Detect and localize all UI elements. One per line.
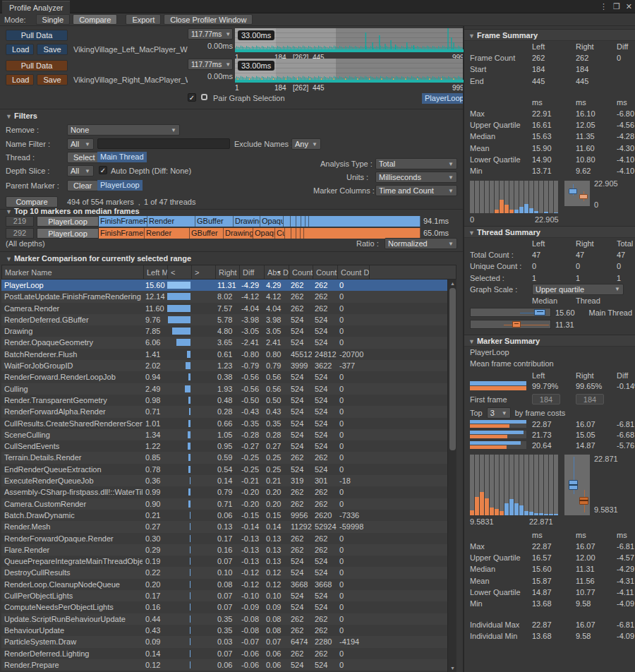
col-count-delta[interactable]: Count D — [337, 265, 369, 280]
auto-depth-checkbox[interactable]: ✓ — [99, 166, 107, 174]
table-row[interactable]: RenderForward.RenderLoopJob0.940.38-0.56… — [1, 371, 456, 383]
right-range-dropdown[interactable]: 117.77ms▼ — [188, 59, 233, 70]
pull-data-right-button[interactable]: Pull Data — [6, 60, 68, 71]
top10-segment[interactable]: Drawing — [224, 228, 253, 239]
table-row[interactable]: PostLateUpdate.FinishFrameRendering12.14… — [1, 291, 456, 302]
col-left-median[interactable]: Left Me — [143, 265, 167, 280]
scroll-up-icon[interactable]: ▲ — [448, 281, 457, 286]
top10-title[interactable]: ▼Top 10 markers on median frames — [6, 207, 140, 215]
mode-compare-button[interactable]: Compare — [73, 14, 117, 25]
marker-columns-dropdown[interactable]: Time and Count▼ — [375, 185, 457, 196]
first-frame-right-button[interactable]: 184 — [576, 394, 604, 404]
load-left-button[interactable]: Load — [6, 44, 34, 55]
pair-graph-checkbox[interactable]: ✓ — [188, 93, 196, 102]
table-row[interactable]: BatchRenderer.Flush1.410.61-0.800.804551… — [1, 349, 456, 360]
top10-frame-index[interactable]: 292 — [6, 228, 34, 239]
col-left-bar[interactable]: < — [167, 265, 191, 280]
name-filter-mode-dropdown[interactable]: All▼ — [67, 138, 94, 150]
right-frame-graph[interactable]: 33.00ms — [235, 59, 464, 83]
table-row[interactable]: EndRenderQueueExtraction0.780.54-0.250.2… — [1, 464, 456, 475]
top10-segment[interactable]: FinishFrameRe — [99, 216, 147, 227]
export-button[interactable]: Export — [126, 14, 161, 25]
table-row[interactable]: QueuePrepareIntegrateMainThreadObjects0.… — [1, 556, 456, 567]
table-row[interactable]: WaitForJobGroupID2.021.23-0.790.79399936… — [1, 360, 456, 371]
thread-select-button[interactable]: Select — [67, 152, 102, 163]
scroll-thumb[interactable] — [449, 288, 456, 450]
depth-slice-dropdown[interactable]: All▼ — [67, 165, 94, 176]
thread-right-boxplot[interactable] — [470, 320, 551, 329]
col-right-median[interactable]: Right M — [215, 265, 239, 280]
top10-segment[interactable]: FinishFrameR — [99, 228, 145, 239]
table-row[interactable]: Terrain.Details.Render0.850.59-0.250.252… — [1, 452, 456, 463]
top10-segment[interactable]: GBuffer — [190, 228, 224, 239]
col-abs-diff[interactable]: ▼Abs Diff — [264, 265, 289, 280]
top10-segment[interactable]: Render — [145, 228, 190, 239]
frame-summary-title[interactable]: ▼Frame Summary — [464, 29, 635, 41]
compare-button[interactable]: Compare — [6, 196, 58, 208]
table-row[interactable]: Update.ScriptRunBehaviourUpdate0.440.35-… — [1, 613, 456, 625]
left-range-dropdown[interactable]: 117.77ms▼ — [188, 28, 233, 40]
table-row[interactable]: RenderDeferred.Lighting0.140.07-0.060.06… — [1, 648, 456, 659]
remove-dropdown[interactable]: None▼ — [67, 124, 180, 136]
table-row[interactable]: ParticleSystem.Draw0.090.03-0.070.076474… — [1, 636, 456, 647]
save-right-button[interactable]: Save — [37, 74, 68, 85]
col-diff[interactable]: Diff — [239, 265, 264, 280]
table-row[interactable]: RenderLoop.CleanupNodeQueue0.200.08-0.12… — [1, 579, 456, 590]
table-scrollbar[interactable]: ▲ ▼ — [447, 280, 456, 672]
top10-segment[interactable]: Drawing — [234, 216, 260, 227]
top10-segment[interactable]: Opaqu — [253, 228, 275, 239]
filters-title[interactable]: ▼Filters — [6, 112, 37, 120]
table-row[interactable]: RenderForwardOpaque.Render0.300.17-0.130… — [1, 533, 456, 544]
table-row[interactable]: Render.TransparentGeometry0.980.48-0.500… — [1, 395, 456, 406]
top10-segment[interactable] — [284, 216, 291, 227]
table-row[interactable]: Drawing7.854.80-3.053.055245240 — [1, 325, 456, 337]
close-icon[interactable]: ✕ — [626, 2, 632, 11]
col-count-right[interactable]: Count R — [313, 265, 337, 280]
table-row[interactable]: DestroyCullResults0.220.10-0.120.1252452… — [1, 567, 456, 578]
thread-left-boxplot[interactable] — [470, 308, 551, 317]
exclude-names-dropdown[interactable]: Any▼ — [291, 138, 321, 150]
table-row[interactable]: RenderDeferred.GBuffer9.765.78-3.983.985… — [1, 314, 456, 325]
maximize-icon[interactable]: ❒ — [613, 2, 620, 11]
comparison-header[interactable]: Marker Name Left Me < > Right M Diff ▼Ab… — [1, 265, 456, 280]
frame-boxplot[interactable] — [564, 181, 590, 206]
left-frame-graph[interactable]: 33.00ms — [235, 28, 464, 52]
save-left-button[interactable]: Save — [37, 44, 68, 55]
name-filter-input[interactable] — [97, 138, 230, 149]
top10-segment[interactable]: Opaqu — [260, 216, 284, 227]
ratio-dropdown[interactable]: Normalized▼ — [385, 238, 457, 249]
col-count-left[interactable]: Count L — [289, 265, 313, 280]
marker-summary-title[interactable]: ▼Marker Summary — [464, 335, 635, 347]
top10-segment[interactable] — [285, 228, 291, 239]
top10-segment[interactable] — [291, 228, 296, 239]
table-row[interactable]: ComputeNeedsPerObjectLights0.160.07-0.09… — [1, 601, 456, 613]
table-row[interactable]: BehaviourUpdate0.430.35-0.080.082622620 — [1, 625, 456, 636]
pull-data-left-button[interactable]: Pull Data — [6, 30, 68, 41]
tab-profile-analyzer[interactable]: Profile Analyzer — [2, 1, 70, 13]
table-row[interactable]: Camera.CustomRender0.900.71-0.200.202622… — [1, 498, 456, 510]
table-row[interactable]: Camera.Render11.607.57-4.044.042622620 — [1, 303, 456, 314]
table-row[interactable]: RenderForwardAlpha.Render0.710.28-0.430.… — [1, 406, 456, 417]
graph-selection-marker-label[interactable]: PlayerLoop — [422, 93, 467, 104]
parent-clear-button[interactable]: Clear — [67, 180, 98, 191]
table-row[interactable]: CullSendEvents1.220.95-0.270.275245240 — [1, 440, 456, 452]
table-row[interactable]: Culling2.491.93-0.560.565245240 — [1, 383, 456, 395]
table-row[interactable]: Assembly-CSharp-firstpass.dll!::WaterTil… — [1, 486, 456, 498]
table-row[interactable]: Render.OpaqueGeometry6.063.65-2.412.4152… — [1, 337, 456, 348]
top-n-dropdown[interactable]: 3▼ — [487, 407, 511, 419]
table-row[interactable]: CullResults.CreateSharedRendererScene1.0… — [1, 418, 456, 429]
table-row[interactable]: SceneCulling1.341.05-0.280.285245240 — [1, 429, 456, 440]
top10-marker-button[interactable]: PlayerLoop — [37, 228, 99, 239]
graph-scale-dropdown[interactable]: Upper quartile▼ — [532, 284, 624, 295]
load-right-button[interactable]: Load — [6, 74, 34, 85]
scroll-down-icon[interactable]: ▼ — [448, 666, 457, 671]
marker-histogram[interactable] — [470, 455, 559, 515]
first-frame-left-button[interactable]: 184 — [532, 394, 560, 404]
top10-segment[interactable]: GBuffer — [195, 216, 234, 227]
table-row[interactable]: Render.Mesh0.270.13-0.140.1411292252924-… — [1, 521, 456, 532]
top10-segment[interactable] — [309, 216, 421, 227]
kebab-menu-icon[interactable]: ⋮ — [600, 2, 607, 11]
top10-marker-button[interactable]: PlayerLoop — [37, 216, 99, 227]
top10-frame-index[interactable]: 219 — [6, 216, 34, 227]
table-row[interactable]: ExecuteRenderQueueJob0.360.14-0.210.2131… — [1, 475, 456, 486]
